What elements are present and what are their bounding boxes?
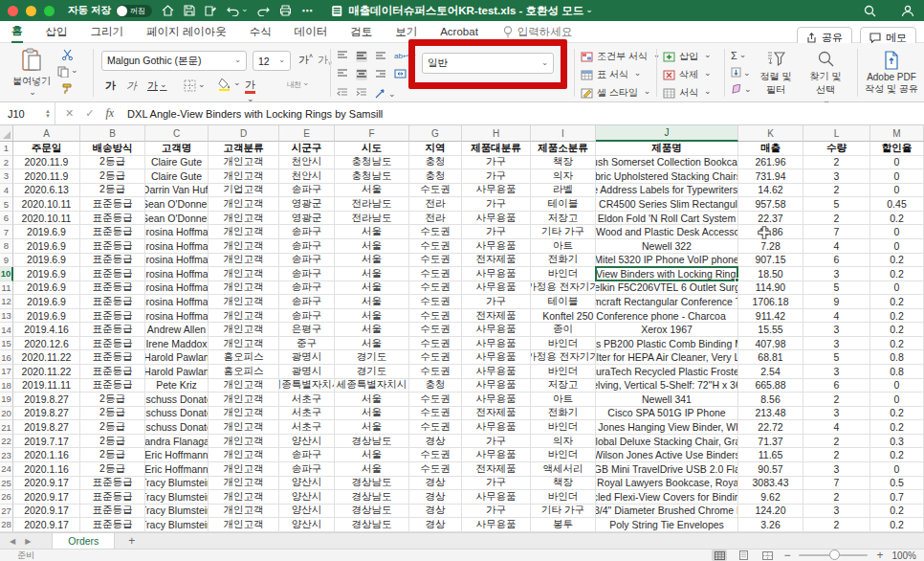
cell-E8[interactable]: 송파구: [279, 239, 335, 254]
find-select-button[interactable]: 찾기 및선택: [805, 51, 846, 107]
cell-E27[interactable]: 양산시: [279, 505, 335, 519]
cell-L12[interactable]: 9: [803, 295, 870, 309]
cell-D21[interactable]: 개인고객: [209, 420, 279, 435]
cell-J6[interactable]: Eldon Fold 'N Roll Cart System: [596, 212, 738, 226]
cell-J24[interactable]: 8GB Mini TravelDrive USB 2.0 Flas: [596, 462, 738, 477]
column-header-B[interactable]: B: [80, 125, 145, 142]
cell-K24[interactable]: 90.57: [738, 462, 803, 477]
cell-M26[interactable]: 0.7: [870, 490, 924, 505]
print-icon[interactable]: [279, 5, 292, 16]
cell-G28[interactable]: 경상: [409, 518, 462, 532]
cell-C13[interactable]: Brosina Hoffman: [145, 309, 209, 324]
cell-J9[interactable]: Mitel 5320 IP Phone VoIP phone: [596, 254, 738, 268]
row-header-7[interactable]: 7: [0, 225, 13, 239]
cell-J26[interactable]: ycled Flexi-View Covers for Binding: [596, 490, 738, 505]
borders-button[interactable]: [184, 79, 206, 92]
cell-F19[interactable]: 서울: [335, 393, 409, 407]
cell-B11[interactable]: 표준등급: [80, 281, 145, 296]
decrease-indent-icon[interactable]: [337, 88, 348, 101]
tell-me-box[interactable]: 입력하세요: [503, 25, 573, 39]
cell-B19[interactable]: 2등급: [80, 393, 145, 407]
cell-H27[interactable]: 가구: [462, 505, 531, 519]
column-header-D[interactable]: D: [209, 125, 279, 142]
cell-F26[interactable]: 경상남도: [335, 490, 409, 505]
cancel-icon[interactable]: ✕: [65, 107, 74, 120]
cell-C28[interactable]: Tracy Blumstein: [145, 518, 209, 532]
cell-M13[interactable]: 0.2: [870, 309, 924, 324]
cell-G6[interactable]: 전라: [409, 212, 462, 226]
formula-content[interactable]: DXL Angle-View Binders with Locking Ring…: [127, 108, 383, 120]
zoom-out-button[interactable]: −: [783, 549, 790, 561]
cell-H20[interactable]: 전자제품: [462, 407, 531, 421]
cell-I12[interactable]: 테이블: [531, 295, 596, 309]
cell-F27[interactable]: 경상남도: [335, 505, 409, 519]
cell-K15[interactable]: 407.98: [738, 337, 803, 351]
cell-L15[interactable]: 3: [803, 337, 870, 351]
row-header-28[interactable]: 28: [0, 518, 13, 532]
cell-A16[interactable]: 2020.11.22: [13, 350, 80, 365]
cell-K4[interactable]: 14.62: [738, 184, 803, 198]
cell-B26[interactable]: 표준등급: [80, 490, 145, 505]
cell-G26[interactable]: 경상: [409, 490, 462, 505]
cell-K28[interactable]: 3.26: [738, 518, 803, 532]
search-icon[interactable]: [864, 5, 876, 17]
cell-F17[interactable]: 경기도: [335, 365, 409, 379]
minimize-window-button[interactable]: [26, 6, 36, 16]
cell-A26[interactable]: 2020.9.17: [13, 490, 80, 505]
cell-G9[interactable]: 수도권: [409, 254, 462, 268]
cell-F25[interactable]: 경상남도: [335, 477, 409, 491]
cell-E24[interactable]: 송파구: [279, 462, 335, 477]
cell-E13[interactable]: 송파구: [279, 309, 335, 324]
cell-F28[interactable]: 경상남도: [335, 518, 409, 532]
cell-K9[interactable]: 907.15: [738, 254, 803, 268]
cell-I1[interactable]: 제품소분류: [531, 142, 596, 156]
cell-D15[interactable]: 개인고객: [209, 337, 279, 351]
cell-L13[interactable]: 4: [803, 309, 870, 324]
cell-K21[interactable]: 22.72: [738, 420, 803, 435]
row-header-16[interactable]: 16: [0, 350, 13, 365]
name-box[interactable]: J10 ▲▼: [0, 102, 55, 124]
cell-M9[interactable]: 0.2: [870, 254, 924, 268]
cell-M8[interactable]: 0: [870, 239, 924, 254]
cell-B27[interactable]: 표준등급: [80, 505, 145, 519]
row-header-4[interactable]: 4: [0, 184, 13, 198]
row-header-20[interactable]: 20: [0, 407, 13, 421]
fill-color-button[interactable]: [218, 78, 241, 91]
cell-A13[interactable]: 2019.6.9: [13, 309, 80, 324]
cell-styles-button[interactable]: 셀 스타일: [581, 86, 660, 100]
cell-J22[interactable]: Global Deluxe Stacking Chair, Gray: [596, 435, 738, 449]
cell-L18[interactable]: 6: [803, 379, 870, 393]
cell-L8[interactable]: 4: [803, 239, 870, 254]
cell-C5[interactable]: Sean O'Donnell: [145, 197, 209, 212]
cell-L3[interactable]: 3: [803, 169, 870, 184]
cell-B18[interactable]: 표준등급: [80, 379, 145, 393]
cell-B23[interactable]: 2등급: [80, 448, 145, 462]
cell-F7[interactable]: 서울: [335, 225, 409, 239]
cell-I25[interactable]: 책장: [531, 477, 596, 491]
cell-E26[interactable]: 양산시: [279, 490, 335, 505]
cell-J3[interactable]: abric Upholstered Stacking Chairs,: [596, 169, 738, 184]
cell-G21[interactable]: 수도권: [409, 420, 462, 435]
cell-K6[interactable]: 22.37: [738, 212, 803, 226]
cell-C9[interactable]: Brosina Hoffman: [145, 254, 209, 268]
cell-J7[interactable]: s Wood and Plastic Desk Accessori: [596, 225, 738, 239]
column-header-J[interactable]: J: [596, 125, 738, 142]
cell-E23[interactable]: 송파구: [279, 448, 335, 462]
cell-A8[interactable]: 2019.6.9: [13, 239, 80, 254]
row-header-23[interactable]: 23: [0, 448, 13, 462]
cell-G25[interactable]: 경상: [409, 477, 462, 491]
row-header-13[interactable]: 13: [0, 309, 13, 324]
cell-J12[interactable]: omcraft Rectangular Conference Ta: [596, 295, 738, 309]
cell-K11[interactable]: 114.90: [738, 281, 803, 296]
cell-L9[interactable]: 6: [803, 254, 870, 268]
cell-I23[interactable]: 바인더: [531, 448, 596, 462]
fill-down-icon[interactable]: [731, 67, 752, 79]
cell-H17[interactable]: 사무용품: [462, 365, 531, 379]
cell-H23[interactable]: 사무용품: [462, 448, 531, 462]
cell-C4[interactable]: Darrin Van Huff: [145, 184, 209, 198]
row-header-25[interactable]: 25: [0, 477, 13, 491]
cell-L27[interactable]: 3: [803, 505, 870, 519]
cell-B9[interactable]: 표준등급: [80, 254, 145, 268]
ribbon-tab-홈[interactable]: 홈: [11, 21, 23, 43]
align-center-icon[interactable]: [356, 69, 367, 80]
